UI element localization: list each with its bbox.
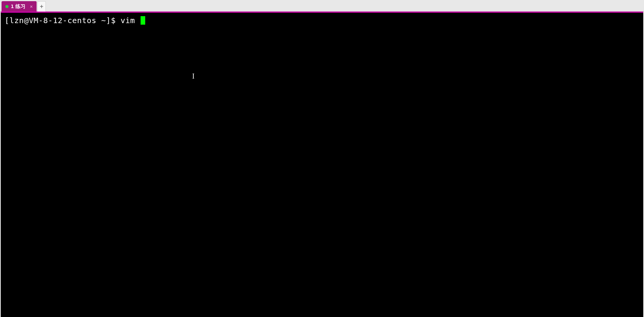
text-cursor-icon: I <box>192 72 193 79</box>
terminal[interactable]: [lzn@VM-8-12-centos ~]$ vim I <box>1 13 643 317</box>
tab-status-dot-icon <box>5 5 8 8</box>
close-icon[interactable]: × <box>30 4 33 9</box>
shell-prompt: [lzn@VM-8-12-centos ~]$ <box>5 16 121 25</box>
add-tab-button[interactable]: + <box>37 1 46 12</box>
cursor-icon <box>141 16 145 25</box>
tab-active[interactable]: 1 练习 × <box>2 1 37 12</box>
tab-number: 1 <box>11 3 14 9</box>
tab-title: 练习 <box>15 3 25 10</box>
tab-bar: 1 练习 × + <box>0 0 644 12</box>
plus-icon: + <box>40 3 44 10</box>
terminal-frame: [lzn@VM-8-12-centos ~]$ vim I <box>1 12 643 317</box>
shell-command: vim <box>121 16 140 25</box>
prompt-line: [lzn@VM-8-12-centos ~]$ vim <box>5 16 639 25</box>
